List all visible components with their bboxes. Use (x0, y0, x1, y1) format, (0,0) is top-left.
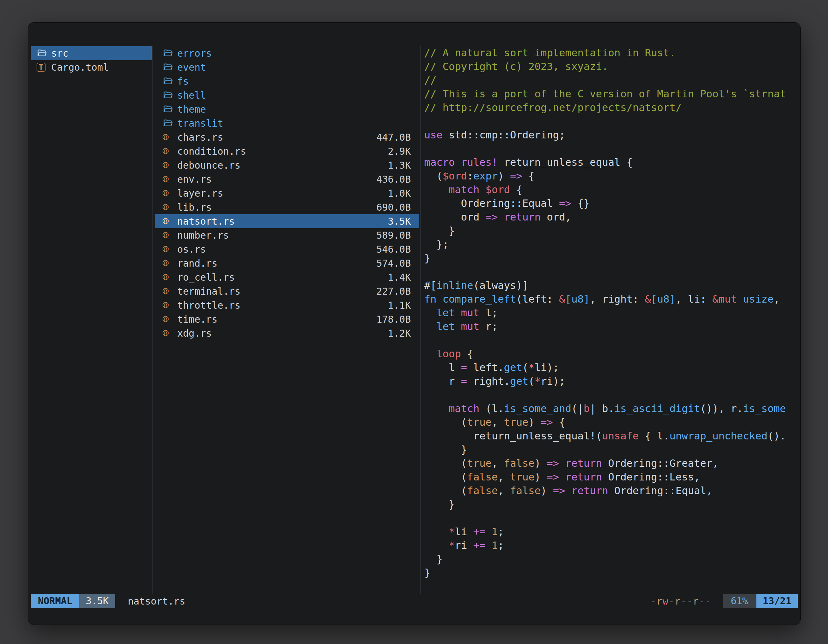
file-size: 1.3K (388, 160, 411, 171)
code-line: macro_rules! return_unless_equal { (424, 155, 796, 169)
code-line: fn compare_left(left: &[u8], right: &[u8… (424, 292, 796, 306)
code-line: } (424, 498, 796, 511)
dir-row[interactable]: errors (155, 46, 419, 60)
file-size: 546.0B (376, 244, 411, 255)
code-line: (true, true) => { (424, 415, 796, 429)
file-row[interactable]: ® condition.rs 2.9K (155, 144, 419, 158)
rust-file-icon: ® (163, 132, 177, 142)
dir-row[interactable]: shell (155, 88, 419, 102)
file-name: ro_cell.rs (177, 272, 235, 283)
file-name: condition.rs (177, 146, 246, 157)
file-size: 178.0B (376, 314, 411, 325)
code-line: use std::cmp::Ordering; (424, 128, 796, 142)
folder-open-icon (163, 62, 177, 72)
mode-badge: NORMAL (31, 594, 79, 608)
code-line: // (424, 74, 796, 87)
file-name: event (177, 62, 206, 73)
cursor-position-badge: 13/21 (756, 594, 798, 608)
file-size: 436.0B (376, 174, 411, 185)
code-line: Ordering::Equal => {} (424, 197, 796, 210)
rust-file-icon: ® (163, 202, 177, 212)
file-name: theme (177, 104, 206, 115)
file-row[interactable]: ® lib.rs 690.0B (155, 200, 419, 214)
file-row[interactable]: ® terminal.rs 227.0B (155, 284, 419, 298)
file-row[interactable]: ® number.rs 589.0B (155, 228, 419, 242)
code-line: loop { (424, 347, 796, 361)
code-line: }; (424, 238, 796, 251)
code-line: } (424, 224, 796, 238)
file-size: 574.0B (376, 258, 411, 269)
code-line: } (424, 566, 796, 580)
file-row[interactable]: ® debounce.rs 1.3K (155, 158, 419, 172)
code-line: } (424, 251, 796, 265)
code-line (424, 334, 796, 347)
code-line: *ri += 1; (424, 539, 796, 552)
rust-file-icon: ® (163, 230, 177, 240)
code-line: let mut r; (424, 320, 796, 334)
code-line: // Copyright (c) 2023, sxyazi. (424, 60, 796, 74)
code-line: // http://sourcefrog.net/projects/natsor… (424, 101, 796, 114)
file-name: rand.rs (177, 258, 217, 269)
file-row[interactable]: ® throttle.rs 1.1K (155, 298, 419, 312)
code-line (424, 114, 796, 128)
folder-open-icon (163, 90, 177, 100)
status-bar: NORMAL 3.5K natsort.rs -rw-r--r-- 61% 13… (31, 594, 798, 608)
scroll-percent-badge: 61% (723, 594, 756, 608)
code-line: (false, false) => return Ordering::Equal… (424, 484, 796, 498)
file-name: Cargo.toml (51, 62, 109, 73)
code-line: } (424, 552, 796, 566)
code-line: let mut l; (424, 306, 796, 320)
code-line: (true, false) => return Ordering::Greate… (424, 457, 796, 470)
terminal-window: src T Cargo.toml errors event fs shell t… (28, 22, 801, 625)
rust-file-icon: ® (163, 146, 177, 156)
code-line: return_unless_equal!(unsafe { l.unwrap_u… (424, 429, 796, 443)
dir-row[interactable]: translit (155, 116, 419, 130)
file-size: 2.9K (388, 146, 411, 157)
rust-file-icon: ® (163, 259, 177, 268)
file-name: xdg.rs (177, 328, 212, 339)
file-size: 227.0B (376, 286, 411, 297)
file-row[interactable]: ® layer.rs 1.0K (155, 186, 419, 200)
file-row[interactable]: ® ro_cell.rs 1.4K (155, 270, 419, 284)
status-filename: natsort.rs (128, 595, 185, 607)
file-size: 1.1K (388, 300, 411, 311)
file-name: env.rs (177, 174, 212, 185)
code-line (424, 142, 796, 155)
file-size: 690.0B (376, 202, 411, 213)
pane-separator (152, 46, 153, 594)
rust-file-icon: ® (163, 314, 177, 324)
dir-row[interactable]: fs (155, 74, 419, 88)
code-line: r = right.get(*ri); (424, 374, 796, 388)
file-row[interactable]: ® env.rs 436.0B (155, 172, 419, 186)
file-row[interactable]: T Cargo.toml (31, 60, 152, 74)
file-size-badge: 3.5K (79, 594, 115, 608)
file-name: natsort.rs (177, 216, 235, 227)
rust-file-icon: ® (163, 328, 177, 338)
file-row[interactable]: ® chars.rs 447.0B (155, 130, 419, 144)
dir-row[interactable]: theme (155, 102, 419, 116)
rust-file-icon: ® (163, 188, 177, 198)
dir-row[interactable]: event (155, 60, 419, 74)
rust-file-icon: ® (163, 286, 177, 296)
file-name: lib.rs (177, 202, 212, 213)
folder-open-icon (163, 118, 177, 128)
code-line: *li += 1; (424, 525, 796, 539)
file-row[interactable]: ® xdg.rs 1.2K (155, 326, 419, 340)
code-line: ($ord:expr) => { (424, 169, 796, 183)
file-row[interactable]: ® rand.rs 574.0B (155, 256, 419, 270)
rust-file-icon: ® (163, 300, 177, 310)
file-row[interactable]: ® os.rs 546.0B (155, 242, 419, 256)
code-line (424, 265, 796, 279)
file-name: throttle.rs (177, 300, 241, 311)
file-name: chars.rs (177, 132, 223, 143)
file-row[interactable]: ® time.rs 178.0B (155, 312, 419, 326)
code-line: match (l.is_some_and(|b| b.is_ascii_digi… (424, 402, 796, 415)
file-name: terminal.rs (177, 286, 241, 297)
file-name: fs (177, 76, 189, 87)
file-size: 1.0K (388, 188, 411, 199)
file-row[interactable]: ® natsort.rs 3.5K (155, 214, 419, 228)
file-name: src (51, 48, 68, 59)
dir-row[interactable]: src (31, 46, 152, 60)
file-size: 3.5K (388, 216, 411, 227)
file-name: layer.rs (177, 188, 223, 199)
